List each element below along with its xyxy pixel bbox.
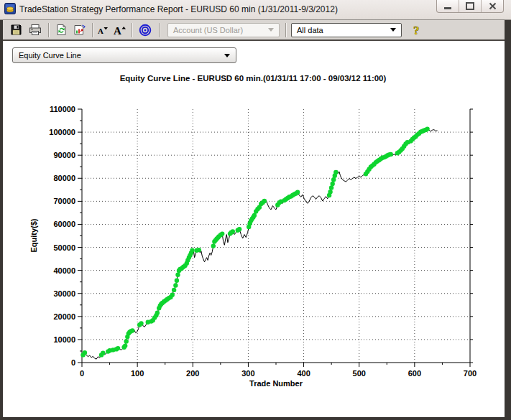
svg-text:70000: 70000	[53, 197, 75, 205]
minimize-button[interactable]	[437, 0, 459, 12]
increase-font-icon: A	[113, 24, 126, 36]
toolbar-separator	[92, 23, 93, 37]
x-axis-label: Trade Number	[249, 379, 303, 388]
toolbar: A A Account (US Dollar) All data ?	[3, 20, 505, 41]
tradestation-app-icon	[4, 3, 16, 14]
data-range-dropdown[interactable]: All data	[291, 23, 402, 37]
save-button[interactable]	[9, 24, 22, 37]
svg-text:100: 100	[131, 369, 144, 378]
help-icon: ?	[411, 24, 423, 37]
restore-button[interactable]	[459, 0, 482, 12]
y-axis-label: Equity($)	[29, 218, 38, 252]
window-title-bar: TradeStation Strategy Performance Report…	[0, 0, 511, 20]
svg-text:0: 0	[71, 358, 75, 367]
svg-text:30000: 30000	[53, 289, 75, 298]
svg-text:A: A	[114, 25, 121, 36]
bullseye-icon	[139, 24, 152, 37]
svg-text:110000: 110000	[50, 105, 75, 113]
save-icon	[10, 24, 22, 36]
decrease-font-button[interactable]: A	[97, 24, 109, 37]
chart-plot: 0100002000030000400005000060000700008000…	[49, 105, 477, 378]
print-icon	[29, 24, 42, 36]
page-setup-icon	[73, 24, 86, 36]
report-area: Equity Curve Line Equity Curve Line - EU…	[3, 41, 505, 417]
window-title: TradeStation Strategy Performance Report…	[19, 4, 338, 14]
page-setup-button[interactable]	[73, 24, 86, 37]
refresh-report-button[interactable]	[55, 24, 68, 37]
refresh-report-icon	[55, 24, 68, 36]
svg-text:10000: 10000	[53, 335, 75, 344]
chart-title: Equity Curve Line - EURUSD 60 min.(01/31…	[120, 74, 387, 83]
decrease-font-icon: A	[97, 24, 109, 36]
svg-text:700: 700	[464, 369, 477, 378]
minimize-icon	[444, 7, 451, 9]
svg-text:60000: 60000	[53, 220, 75, 228]
svg-text:50000: 50000	[53, 243, 75, 252]
svg-text:500: 500	[353, 369, 366, 378]
svg-text:0: 0	[80, 369, 84, 378]
svg-text:80000: 80000	[53, 174, 75, 182]
close-icon	[489, 2, 497, 10]
data-range-dropdown-value: All data	[297, 26, 323, 34]
svg-text:90000: 90000	[53, 151, 75, 159]
toolbar-separator	[48, 23, 50, 37]
report-type-dropdown[interactable]: Equity Curve Line	[12, 47, 236, 63]
report-type-dropdown-value: Equity Curve Line	[19, 51, 81, 60]
toolbar-separator	[132, 23, 133, 37]
svg-text:20000: 20000	[53, 312, 75, 321]
toolbar-separator	[285, 23, 287, 37]
account-dropdown-value: Account (US Dollar)	[173, 26, 243, 34]
window-controls	[436, 0, 504, 13]
help-button[interactable]: ?	[410, 24, 423, 37]
bullseye-button[interactable]	[139, 24, 152, 37]
chevron-down-icon	[390, 28, 396, 32]
increase-font-button[interactable]: A	[113, 24, 126, 37]
chevron-down-icon	[224, 54, 230, 57]
svg-text:100000: 100000	[49, 128, 75, 136]
svg-text:200: 200	[186, 369, 199, 378]
print-button[interactable]	[29, 24, 42, 37]
svg-text:600: 600	[408, 369, 421, 378]
svg-text:40000: 40000	[53, 266, 75, 275]
chart-canvas: Equity Curve Line - EURUSD 60 min.(01/31…	[3, 41, 505, 417]
svg-text:A: A	[98, 27, 103, 35]
close-button[interactable]	[482, 0, 503, 12]
restore-icon	[466, 2, 474, 10]
svg-text:400: 400	[297, 369, 310, 378]
svg-text:?: ?	[413, 24, 420, 37]
account-dropdown: Account (US Dollar)	[167, 23, 280, 37]
svg-text:300: 300	[241, 369, 254, 378]
chevron-down-icon	[268, 28, 274, 32]
toolbar-separator	[159, 23, 160, 37]
